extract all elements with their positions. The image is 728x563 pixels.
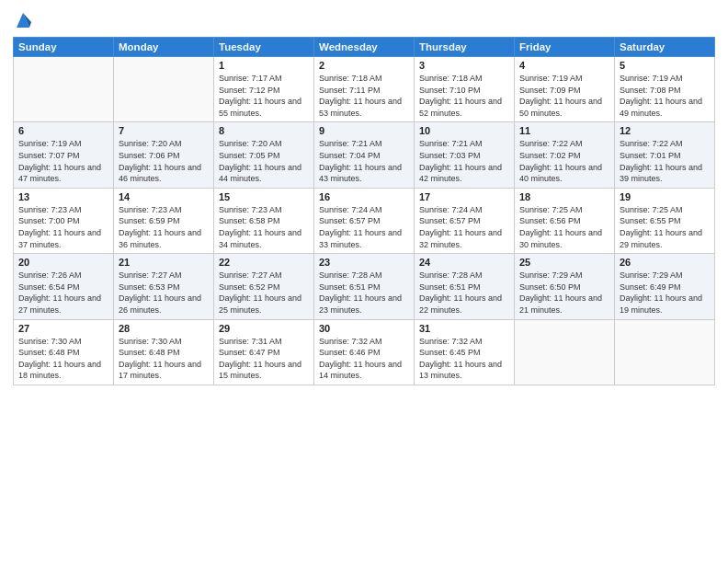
calendar-row: 1Sunrise: 7:17 AM Sunset: 7:12 PM Daylig… (14, 57, 715, 122)
day-info: Sunrise: 7:23 AM Sunset: 6:58 PM Dayligh… (219, 204, 309, 250)
table-row (615, 319, 715, 385)
day-number: 4 (519, 60, 609, 71)
table-row: 20Sunrise: 7:26 AM Sunset: 6:54 PM Dayli… (14, 254, 114, 319)
logo (13, 9, 31, 29)
table-row: 24Sunrise: 7:28 AM Sunset: 6:51 PM Dayli… (415, 254, 515, 319)
day-info: Sunrise: 7:32 AM Sunset: 6:46 PM Dayligh… (319, 336, 409, 382)
day-number: 15 (219, 191, 309, 202)
table-row: 23Sunrise: 7:28 AM Sunset: 6:51 PM Dayli… (314, 254, 415, 319)
table-row: 6Sunrise: 7:19 AM Sunset: 7:07 PM Daylig… (14, 122, 114, 188)
table-row: 15Sunrise: 7:23 AM Sunset: 6:58 PM Dayli… (214, 188, 314, 253)
header-thursday: Thursday (415, 38, 515, 57)
day-number: 13 (18, 191, 108, 202)
table-row: 18Sunrise: 7:25 AM Sunset: 6:56 PM Dayli… (515, 188, 615, 253)
table-row: 17Sunrise: 7:24 AM Sunset: 6:57 PM Dayli… (415, 188, 515, 253)
day-number: 7 (119, 125, 209, 136)
day-number: 16 (319, 191, 409, 202)
day-info: Sunrise: 7:19 AM Sunset: 7:09 PM Dayligh… (519, 73, 609, 119)
day-number: 10 (419, 125, 509, 136)
day-number: 5 (620, 60, 710, 71)
table-row: 11Sunrise: 7:22 AM Sunset: 7:02 PM Dayli… (515, 122, 615, 188)
day-info: Sunrise: 7:28 AM Sunset: 6:51 PM Dayligh… (419, 270, 509, 316)
header-wednesday: Wednesday (314, 38, 415, 57)
header (13, 9, 715, 29)
calendar-row: 27Sunrise: 7:30 AM Sunset: 6:48 PM Dayli… (14, 319, 715, 385)
day-info: Sunrise: 7:18 AM Sunset: 7:10 PM Dayligh… (419, 73, 509, 119)
day-number: 23 (319, 257, 409, 268)
day-number: 18 (519, 191, 609, 202)
table-row: 4Sunrise: 7:19 AM Sunset: 7:09 PM Daylig… (515, 57, 615, 122)
day-number: 21 (119, 257, 209, 268)
day-info: Sunrise: 7:21 AM Sunset: 7:03 PM Dayligh… (419, 138, 509, 184)
weekday-header-row: Sunday Monday Tuesday Wednesday Thursday… (14, 38, 715, 57)
day-number: 9 (319, 125, 409, 136)
day-number: 30 (319, 323, 409, 334)
day-info: Sunrise: 7:19 AM Sunset: 7:08 PM Dayligh… (620, 73, 710, 119)
day-info: Sunrise: 7:19 AM Sunset: 7:07 PM Dayligh… (18, 138, 108, 184)
table-row: 30Sunrise: 7:32 AM Sunset: 6:46 PM Dayli… (314, 319, 415, 385)
table-row: 19Sunrise: 7:25 AM Sunset: 6:55 PM Dayli… (615, 188, 715, 253)
day-info: Sunrise: 7:22 AM Sunset: 7:01 PM Dayligh… (620, 138, 710, 184)
day-info: Sunrise: 7:27 AM Sunset: 6:53 PM Dayligh… (119, 270, 209, 316)
table-row: 12Sunrise: 7:22 AM Sunset: 7:01 PM Dayli… (615, 122, 715, 188)
header-tuesday: Tuesday (214, 38, 314, 57)
table-row: 31Sunrise: 7:32 AM Sunset: 6:45 PM Dayli… (415, 319, 515, 385)
day-number: 3 (419, 60, 509, 71)
day-number: 22 (219, 257, 309, 268)
day-number: 1 (219, 60, 309, 71)
day-info: Sunrise: 7:22 AM Sunset: 7:02 PM Dayligh… (519, 138, 609, 184)
day-info: Sunrise: 7:29 AM Sunset: 6:50 PM Dayligh… (519, 270, 609, 316)
day-info: Sunrise: 7:18 AM Sunset: 7:11 PM Dayligh… (319, 73, 409, 119)
calendar-row: 6Sunrise: 7:19 AM Sunset: 7:07 PM Daylig… (14, 122, 715, 188)
header-friday: Friday (515, 38, 615, 57)
table-row: 13Sunrise: 7:23 AM Sunset: 7:00 PM Dayli… (14, 188, 114, 253)
table-row: 10Sunrise: 7:21 AM Sunset: 7:03 PM Dayli… (415, 122, 515, 188)
day-number: 26 (620, 257, 710, 268)
day-number: 31 (419, 323, 509, 334)
day-number: 25 (519, 257, 609, 268)
table-row: 22Sunrise: 7:27 AM Sunset: 6:52 PM Dayli… (214, 254, 314, 319)
table-row: 7Sunrise: 7:20 AM Sunset: 7:06 PM Daylig… (114, 122, 214, 188)
day-info: Sunrise: 7:23 AM Sunset: 7:00 PM Dayligh… (18, 204, 108, 250)
day-info: Sunrise: 7:30 AM Sunset: 6:48 PM Dayligh… (18, 336, 108, 382)
day-info: Sunrise: 7:21 AM Sunset: 7:04 PM Dayligh… (319, 138, 409, 184)
calendar-table: Sunday Monday Tuesday Wednesday Thursday… (13, 37, 715, 385)
header-sunday: Sunday (14, 38, 114, 57)
day-number: 6 (18, 125, 108, 136)
day-info: Sunrise: 7:20 AM Sunset: 7:05 PM Dayligh… (219, 138, 309, 184)
day-info: Sunrise: 7:24 AM Sunset: 6:57 PM Dayligh… (319, 204, 409, 250)
day-info: Sunrise: 7:26 AM Sunset: 6:54 PM Dayligh… (18, 270, 108, 316)
day-info: Sunrise: 7:24 AM Sunset: 6:57 PM Dayligh… (419, 204, 509, 250)
calendar-row: 13Sunrise: 7:23 AM Sunset: 7:00 PM Dayli… (14, 188, 715, 253)
day-info: Sunrise: 7:25 AM Sunset: 6:55 PM Dayligh… (620, 204, 710, 250)
table-row (14, 57, 114, 122)
day-info: Sunrise: 7:31 AM Sunset: 6:47 PM Dayligh… (219, 336, 309, 382)
page: Sunday Monday Tuesday Wednesday Thursday… (0, 0, 728, 563)
day-number: 27 (18, 323, 108, 334)
day-number: 20 (18, 257, 108, 268)
calendar-row: 20Sunrise: 7:26 AM Sunset: 6:54 PM Dayli… (14, 254, 715, 319)
day-number: 2 (319, 60, 409, 71)
table-row: 9Sunrise: 7:21 AM Sunset: 7:04 PM Daylig… (314, 122, 415, 188)
table-row: 25Sunrise: 7:29 AM Sunset: 6:50 PM Dayli… (515, 254, 615, 319)
day-number: 11 (519, 125, 609, 136)
table-row (515, 319, 615, 385)
table-row: 14Sunrise: 7:23 AM Sunset: 6:59 PM Dayli… (114, 188, 214, 253)
table-row: 27Sunrise: 7:30 AM Sunset: 6:48 PM Dayli… (14, 319, 114, 385)
table-row: 28Sunrise: 7:30 AM Sunset: 6:48 PM Dayli… (114, 319, 214, 385)
table-row: 8Sunrise: 7:20 AM Sunset: 7:05 PM Daylig… (214, 122, 314, 188)
day-info: Sunrise: 7:17 AM Sunset: 7:12 PM Dayligh… (219, 73, 309, 119)
day-info: Sunrise: 7:28 AM Sunset: 6:51 PM Dayligh… (319, 270, 409, 316)
table-row: 26Sunrise: 7:29 AM Sunset: 6:49 PM Dayli… (615, 254, 715, 319)
day-number: 28 (119, 323, 209, 334)
table-row: 29Sunrise: 7:31 AM Sunset: 6:47 PM Dayli… (214, 319, 314, 385)
day-info: Sunrise: 7:20 AM Sunset: 7:06 PM Dayligh… (119, 138, 209, 184)
table-row: 1Sunrise: 7:17 AM Sunset: 7:12 PM Daylig… (214, 57, 314, 122)
day-number: 17 (419, 191, 509, 202)
day-number: 14 (119, 191, 209, 202)
table-row: 16Sunrise: 7:24 AM Sunset: 6:57 PM Dayli… (314, 188, 415, 253)
logo-icon (15, 9, 31, 29)
day-info: Sunrise: 7:27 AM Sunset: 6:52 PM Dayligh… (219, 270, 309, 316)
day-number: 29 (219, 323, 309, 334)
header-saturday: Saturday (615, 38, 715, 57)
